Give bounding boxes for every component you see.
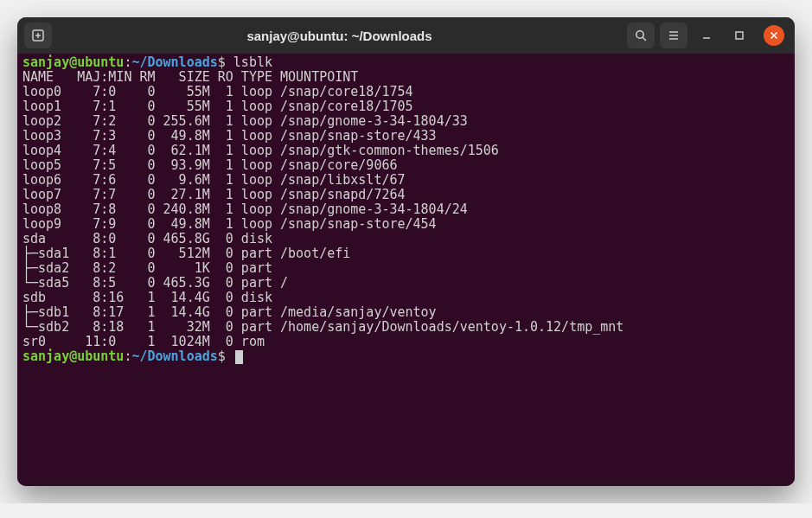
prompt-line-2: sanjay@ubuntu:~/Downloads$ xyxy=(22,349,790,364)
lsblk-row: loop0 7:0 0 55M 1 loop /snap/core18/1754 xyxy=(22,85,790,99)
lsblk-row: sdb 8:16 1 14.4G 0 disk xyxy=(22,291,790,305)
prompt-line-1: sanjay@ubuntu:~/Downloads$ lsblk xyxy=(22,55,790,70)
lsblk-row: └─sda5 8:5 0 465.3G 0 part / xyxy=(22,276,790,291)
lsblk-row: ├─sdb1 8:17 1 14.4G 0 part /media/sanjay… xyxy=(22,305,790,320)
lsblk-row: sr0 11:0 1 1024M 0 rom xyxy=(22,335,790,349)
maximize-button[interactable] xyxy=(726,22,753,48)
lsblk-row: loop2 7:2 0 255.6M 1 loop /snap/gnome-3-… xyxy=(22,114,790,129)
lsblk-output: loop0 7:0 0 55M 1 loop /snap/core18/1754… xyxy=(22,85,790,349)
minimize-button[interactable] xyxy=(693,22,720,48)
lsblk-row: loop9 7:9 0 49.8M 1 loop /snap/snap-stor… xyxy=(22,217,790,232)
lsblk-row: ├─sda1 8:1 0 512M 0 part /boot/efi xyxy=(22,246,790,261)
lsblk-row: loop3 7:3 0 49.8M 1 loop /snap/snap-stor… xyxy=(22,129,790,144)
lsblk-row: loop8 7:8 0 240.8M 1 loop /snap/gnome-3-… xyxy=(22,202,790,217)
svg-line-4 xyxy=(643,37,646,41)
lsblk-row: sda 8:0 0 465.8G 0 disk xyxy=(22,232,790,246)
window-title: sanjay@ubuntu: ~/Downloads xyxy=(57,29,622,43)
lsblk-row: loop4 7:4 0 62.1M 1 loop /snap/gtk-commo… xyxy=(22,144,790,158)
svg-rect-9 xyxy=(736,32,743,39)
lsblk-row: loop7 7:7 0 27.1M 1 loop /snap/snapd/726… xyxy=(22,188,790,202)
menu-button[interactable] xyxy=(660,22,687,48)
command-text: lsblk xyxy=(233,54,272,70)
lsblk-row: └─sdb2 8:18 1 32M 0 part /home/sanjay/Do… xyxy=(22,320,790,335)
cursor xyxy=(235,350,243,364)
new-tab-button[interactable] xyxy=(24,22,52,48)
lsblk-row: ├─sda2 8:2 0 1K 0 part xyxy=(22,261,790,276)
prompt-user-host: sanjay@ubuntu xyxy=(22,54,124,70)
lsblk-row: loop6 7:6 0 9.6M 1 loop /snap/libxslt/67 xyxy=(22,173,790,188)
title-bar: sanjay@ubuntu: ~/Downloads xyxy=(17,17,795,54)
lsblk-header: NAME MAJ:MIN RM SIZE RO TYPE MOUNTPOINT xyxy=(22,70,790,85)
terminal-body[interactable]: sanjay@ubuntu:~/Downloads$ lsblk NAME MA… xyxy=(17,54,795,486)
lsblk-row: loop1 7:1 0 55M 1 loop /snap/core18/1705 xyxy=(22,99,790,114)
prompt-path: ~/Downloads xyxy=(131,54,217,70)
svg-point-3 xyxy=(636,31,643,38)
close-button[interactable] xyxy=(764,25,784,46)
search-button[interactable] xyxy=(627,22,655,48)
lsblk-row: loop5 7:5 0 93.9M 1 loop /snap/core/9066 xyxy=(22,158,790,173)
terminal-window: sanjay@ubuntu: ~/Downloads xyxy=(17,17,795,486)
